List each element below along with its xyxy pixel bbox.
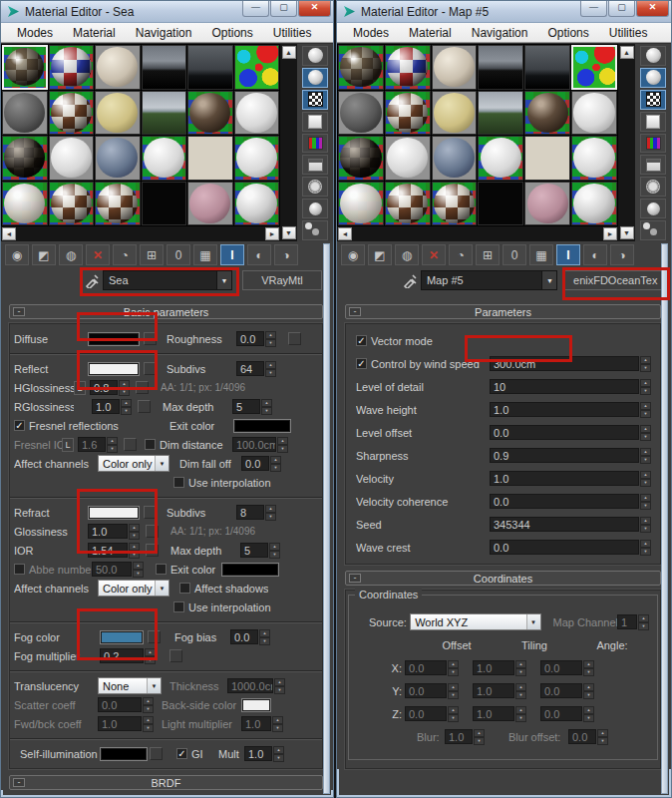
sample-type-icon[interactable] bbox=[640, 46, 666, 66]
offset-y-spinner[interactable]: 0.0▲▼ bbox=[405, 683, 459, 699]
close-button[interactable]: ✕ bbox=[636, 1, 669, 17]
spin-down-icon[interactable]: ▼ bbox=[515, 668, 526, 676]
fog-bias-input[interactable]: 0.0 bbox=[230, 629, 258, 644]
spin-down-icon[interactable]: ▼ bbox=[143, 705, 154, 713]
spinner-buttons[interactable]: ▲▼ bbox=[265, 361, 276, 377]
spin-down-icon[interactable]: ▼ bbox=[133, 570, 144, 578]
show-background-icon[interactable]: ▦ bbox=[193, 244, 217, 265]
make-preview-icon[interactable] bbox=[640, 155, 666, 175]
spin-up-icon[interactable]: ▲ bbox=[640, 379, 651, 387]
lock-button[interactable]: L bbox=[62, 438, 74, 452]
hglossiness-spinner[interactable]: 0.8▲▼ bbox=[90, 380, 130, 396]
spin-down-icon[interactable]: ▼ bbox=[265, 513, 276, 521]
map-slot-button[interactable] bbox=[146, 544, 159, 557]
refract-color-swatch[interactable] bbox=[88, 506, 140, 520]
offset-z-spinner[interactable]: 0.0▲▼ bbox=[405, 706, 459, 722]
spin-up-icon[interactable]: ▲ bbox=[515, 706, 526, 714]
spin-up-icon[interactable]: ▲ bbox=[129, 524, 140, 532]
reset-map-icon[interactable]: ✕ bbox=[86, 244, 110, 265]
material-sample-slot[interactable] bbox=[95, 182, 141, 226]
spin-down-icon[interactable]: ▼ bbox=[269, 551, 280, 559]
spin-up-icon[interactable]: ▲ bbox=[273, 746, 284, 754]
wave-crest-input[interactable]: 0.0 bbox=[490, 540, 639, 555]
translucency-dropdown[interactable]: None▼ bbox=[98, 677, 162, 694]
scroll-down-icon[interactable]: ▼ bbox=[282, 226, 296, 239]
title-bar[interactable]: Material Editor - Map #5 — ▢ ✕ bbox=[337, 1, 671, 23]
spin-down-icon[interactable]: ▼ bbox=[640, 502, 651, 510]
material-sample-slot[interactable] bbox=[432, 182, 478, 226]
material-sample-slot[interactable] bbox=[142, 136, 187, 181]
options-icon[interactable] bbox=[640, 177, 666, 197]
self-illumination-mult-input[interactable]: 1.0 bbox=[244, 746, 272, 761]
spinner-buttons[interactable]: ▲▼ bbox=[143, 697, 154, 713]
angle-x-spinner[interactable]: 0.0▲▼ bbox=[540, 660, 594, 676]
self-illumination-mult-spinner[interactable]: 1.0▲▼ bbox=[244, 746, 284, 762]
control-by-wind-speed-checkbox[interactable]: ✓Control by wind speed bbox=[356, 358, 490, 370]
spin-up-icon[interactable]: ▲ bbox=[121, 399, 132, 407]
angle-x-input[interactable]: 0.0 bbox=[540, 660, 582, 675]
spinner-buttons[interactable]: ▲▼ bbox=[129, 524, 140, 540]
spinner-buttons[interactable]: ▲▼ bbox=[448, 683, 459, 699]
material-type-button[interactable]: VRayMtl bbox=[242, 270, 322, 290]
refract-ior-spinner[interactable]: 1.54▲▼ bbox=[88, 543, 140, 559]
chevron-down-icon[interactable]: ▼ bbox=[216, 271, 231, 289]
collapse-icon[interactable]: - bbox=[13, 778, 25, 787]
reflect-use-interpolation-checkbox[interactable]: Use interpolation bbox=[173, 477, 271, 489]
tiling-x-spinner[interactable]: 1.0▲▼ bbox=[473, 660, 526, 676]
menu-item-navigation[interactable]: Navigation bbox=[128, 25, 200, 41]
assign-material-to-selection-icon[interactable]: ◍ bbox=[395, 244, 419, 265]
background-icon[interactable] bbox=[302, 90, 328, 110]
tiling-z-spinner[interactable]: 1.0▲▼ bbox=[473, 706, 526, 722]
spin-up-icon[interactable]: ▲ bbox=[143, 716, 154, 724]
spin-up-icon[interactable]: ▲ bbox=[474, 729, 485, 737]
wind-speed-input[interactable]: 300.0cm bbox=[490, 356, 639, 371]
spinner-buttons[interactable]: ▲▼ bbox=[269, 543, 280, 559]
reflect-affect-channels-dropdown[interactable]: Color only▼ bbox=[98, 455, 169, 472]
source-dropdown[interactable]: World XYZ▼ bbox=[410, 613, 540, 630]
spinner-buttons[interactable]: ▲▼ bbox=[515, 683, 526, 699]
angle-z-input[interactable]: 0.0 bbox=[540, 706, 582, 721]
assign-material-to-selection-icon[interactable]: ◍ bbox=[59, 244, 83, 265]
spinner-buttons[interactable]: ▲▼ bbox=[640, 379, 651, 395]
spin-up-icon[interactable]: ▲ bbox=[133, 562, 144, 570]
checkbox-box[interactable]: ✓ bbox=[356, 358, 367, 369]
roughness-spinner[interactable]: 0.0▲▼ bbox=[236, 331, 276, 347]
spinner-buttons[interactable]: ▲▼ bbox=[583, 660, 594, 676]
show-end-result-icon[interactable]: I bbox=[220, 244, 244, 265]
material-sample-slot[interactable] bbox=[187, 45, 233, 90]
abbe-number-checkbox[interactable]: Abbe number bbox=[14, 564, 92, 576]
make-preview-icon[interactable] bbox=[302, 155, 328, 175]
spin-up-icon[interactable]: ▲ bbox=[640, 425, 651, 433]
select-by-material-icon[interactable] bbox=[640, 199, 666, 218]
spinner-buttons[interactable]: ▲▼ bbox=[515, 660, 526, 676]
show-end-result-icon[interactable]: I bbox=[556, 244, 580, 265]
refract-subdivs-spinner[interactable]: 8▲▼ bbox=[236, 505, 276, 521]
spinner-buttons[interactable]: ▲▼ bbox=[640, 356, 651, 372]
spin-down-icon[interactable]: ▼ bbox=[583, 668, 594, 676]
spinner-buttons[interactable]: ▲▼ bbox=[107, 437, 118, 453]
spin-down-icon[interactable]: ▼ bbox=[640, 525, 651, 533]
offset-y-input[interactable]: 0.0 bbox=[405, 683, 447, 698]
spinner-buttons[interactable]: ▲▼ bbox=[583, 706, 594, 722]
scroll-left-icon[interactable]: ◄ bbox=[2, 227, 16, 240]
spin-down-icon[interactable]: ▼ bbox=[640, 548, 651, 556]
menu-item-material[interactable]: Material bbox=[401, 25, 460, 41]
spin-up-icon[interactable]: ▲ bbox=[583, 706, 594, 714]
material-sample-slot[interactable] bbox=[571, 91, 617, 136]
spin-down-icon[interactable]: ▼ bbox=[583, 691, 594, 699]
map-slot-button[interactable] bbox=[136, 381, 149, 394]
seed-spinner[interactable]: 345344▲▼ bbox=[490, 517, 651, 533]
spin-down-icon[interactable]: ▼ bbox=[261, 407, 272, 415]
spinner-buttons[interactable]: ▲▼ bbox=[273, 746, 284, 762]
material-sample-slot[interactable] bbox=[432, 136, 478, 181]
spin-down-icon[interactable]: ▼ bbox=[638, 622, 649, 630]
dim-fall-off-input[interactable]: 0.0 bbox=[241, 456, 269, 471]
material-sample-slot[interactable] bbox=[338, 91, 384, 136]
spin-down-icon[interactable]: ▼ bbox=[583, 714, 594, 722]
map-slot-button[interactable] bbox=[138, 400, 151, 413]
checkbox-box[interactable]: ✓ bbox=[14, 420, 25, 431]
spinner-buttons[interactable]: ▲▼ bbox=[474, 729, 485, 745]
fresnel-ior-spinner[interactable]: 1.6▲▼ bbox=[78, 437, 118, 453]
tiling-x-input[interactable]: 1.0 bbox=[473, 660, 514, 675]
maximize-button[interactable]: ▢ bbox=[270, 1, 297, 17]
